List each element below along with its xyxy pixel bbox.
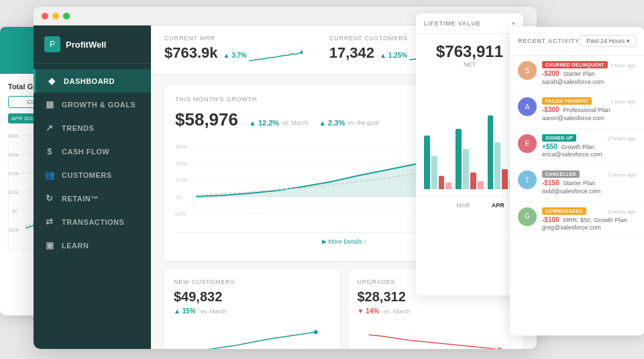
mrr-change: ▲ 3.7% xyxy=(223,48,303,64)
activity-avatar: A xyxy=(518,97,537,116)
bar-teal-light-1 xyxy=(431,156,437,189)
mrr-label: Current MRR xyxy=(164,35,303,42)
activity-content: Churned Delinquent 1 hour ago -$200 Star… xyxy=(542,61,636,86)
sidebar-logo: P ProfitWell xyxy=(34,25,151,64)
svg-text:-$20k: -$20k xyxy=(9,227,19,232)
svg-text:$60k: $60k xyxy=(176,144,189,150)
activity-content: Cancelled 2 hours ago -$150 Starter Plan… xyxy=(542,170,636,195)
activity-email: aaron@salesforce.com xyxy=(542,115,636,123)
svg-text:-$20k: -$20k xyxy=(175,211,187,217)
new-customers-change: ▲ 15% vs. March xyxy=(174,307,331,315)
sidebar-item-trends[interactable]: ↗ Trends xyxy=(34,116,151,140)
learn-icon: ▣ xyxy=(44,240,55,250)
svg-point-30 xyxy=(497,348,501,349)
activity-tag: Signed Up xyxy=(542,134,576,142)
lv-footer: MAR APR xyxy=(416,197,523,214)
activity-tag: Failed Payment xyxy=(542,97,592,105)
activity-item: T Cancelled 2 hours ago -$150 Starter Pl… xyxy=(510,165,644,201)
activity-time: 3 hours ago xyxy=(608,209,636,215)
activity-amount: -$100 xyxy=(542,216,559,223)
new-customers-value: $49,832 xyxy=(174,289,331,305)
sidebar-item-label-retain: Retain™ xyxy=(62,195,99,203)
upgrades-chart-svg xyxy=(358,321,515,349)
bar-teal-3 xyxy=(488,115,494,189)
upgrades-chart xyxy=(358,321,515,349)
lv-amount: $763,911 xyxy=(424,42,515,61)
sidebar-item-retain[interactable]: ↻ Retain™ xyxy=(34,187,151,210)
activity-panel-header: Recent Activity Past 24 Hours ▾ xyxy=(510,27,644,56)
activity-amount: -$300 xyxy=(542,106,559,113)
bar-red-light-1 xyxy=(445,183,451,189)
lv-chart xyxy=(416,76,523,197)
mrr-sparkline xyxy=(249,48,303,64)
lv-net: NET xyxy=(424,61,515,68)
activity-list: S Churned Delinquent 1 hour ago -$200 St… xyxy=(510,56,644,244)
activity-amount: -$150 xyxy=(542,179,559,187)
retain-icon: ↻ xyxy=(44,193,55,203)
svg-text:$40k: $40k xyxy=(176,160,189,166)
lv-dropdown[interactable]: ▾ xyxy=(512,20,515,27)
activity-item: A Failed Payment 1 hour ago -$300 Profes… xyxy=(510,92,644,128)
close-button[interactable] xyxy=(42,13,48,19)
bar-red-light-2 xyxy=(478,181,484,189)
svg-point-29 xyxy=(314,330,318,334)
activity-email: sarah@salesforce.com xyxy=(542,79,636,87)
activity-avatar: E xyxy=(518,134,537,153)
svg-text:$40k: $40k xyxy=(9,171,19,176)
activity-time: 1 hour ago xyxy=(610,62,636,68)
activity-content: Failed Payment 1 hour ago -$300 Professi… xyxy=(542,97,636,122)
sidebar-item-customers[interactable]: 👥 Customers xyxy=(34,163,151,187)
bar-teal-1 xyxy=(424,136,430,189)
logo-letter: P xyxy=(50,40,55,49)
recent-activity-panel: Recent Activity Past 24 Hours ▾ S Churne… xyxy=(510,27,644,336)
sidebar-item-transactions[interactable]: ⇄ Transactions xyxy=(34,210,151,234)
sidebar-item-label-cashflow: Cash Flow xyxy=(62,148,109,156)
activity-plan: Starter Plan xyxy=(564,70,596,79)
growth-change2: ▲ 2.3% vs. the goal xyxy=(319,119,378,127)
svg-text:$60k: $60k xyxy=(9,152,19,157)
sidebar: P ProfitWell ◈ Dashboard ▦ Growth & Goal… xyxy=(34,25,151,349)
activity-plan: Professional Plan xyxy=(564,107,610,115)
bar-group-2 xyxy=(455,129,483,189)
svg-text:$0: $0 xyxy=(12,209,17,213)
activity-content: Signed Up 2 hours ago +$50 Growth Plan e… xyxy=(542,134,636,159)
sidebar-item-growth[interactable]: ▦ Growth & Goals xyxy=(34,93,151,116)
activity-amount: -$200 xyxy=(542,70,559,77)
sidebar-item-dashboard[interactable]: ◈ Dashboard xyxy=(34,69,151,93)
sidebar-item-label-learn: Learn xyxy=(62,242,89,250)
minimize-button[interactable] xyxy=(52,13,59,19)
logo-text: ProfitWell xyxy=(66,40,106,50)
activity-tag: Cancelled xyxy=(542,170,580,178)
activity-avatar: S xyxy=(518,61,537,80)
sidebar-item-label-customers: Customers xyxy=(62,171,112,179)
activity-item: L Upgraded 4 hours ago +$100 MRR: $500, … xyxy=(510,238,644,244)
activity-time: 2 hours ago xyxy=(608,136,636,142)
mrr-metric: Current MRR $763.9k ▲ 3.7% xyxy=(164,35,303,64)
lifetime-value-panel: Lifetime Value ▾ $763,911 NET xyxy=(416,13,523,295)
bar-red-2 xyxy=(470,172,476,189)
activity-avatar: G xyxy=(518,207,537,226)
sidebar-item-cashflow[interactable]: $ Cash Flow xyxy=(34,140,151,163)
sidebar-item-learn[interactable]: ▣ Learn xyxy=(34,234,151,257)
activity-amount: +$50 xyxy=(542,143,557,150)
lv-header: Lifetime Value ▾ xyxy=(416,13,523,34)
bar-teal-light-2 xyxy=(463,149,469,189)
lv-value: $763,911 NET xyxy=(416,34,523,76)
svg-text:$20k: $20k xyxy=(9,190,19,195)
sidebar-item-label-growth: Growth & Goals xyxy=(62,101,136,109)
growth-value: $58,976 xyxy=(175,109,238,130)
bar-red-1 xyxy=(439,176,445,189)
growth-icon: ▦ xyxy=(44,99,55,109)
lv-title: Lifetime Value xyxy=(424,20,481,27)
activity-plan: Starter Plan xyxy=(564,180,596,188)
dashboard-icon: ◈ xyxy=(46,76,57,86)
svg-point-13 xyxy=(301,50,303,54)
cashflow-icon: $ xyxy=(44,146,55,156)
transactions-icon: ⇄ xyxy=(44,217,55,227)
screenshot-wrapper: ⚑ Goal Total Growth ? Compare Months APR… xyxy=(0,0,644,359)
upgrades-change: ▼ 14% vs. March xyxy=(358,307,515,315)
maximize-button[interactable] xyxy=(63,13,70,19)
trends-icon: ↗ xyxy=(44,123,55,133)
bar-teal-light-3 xyxy=(494,142,500,189)
activity-filter-button[interactable]: Past 24 Hours ▾ xyxy=(580,35,636,47)
